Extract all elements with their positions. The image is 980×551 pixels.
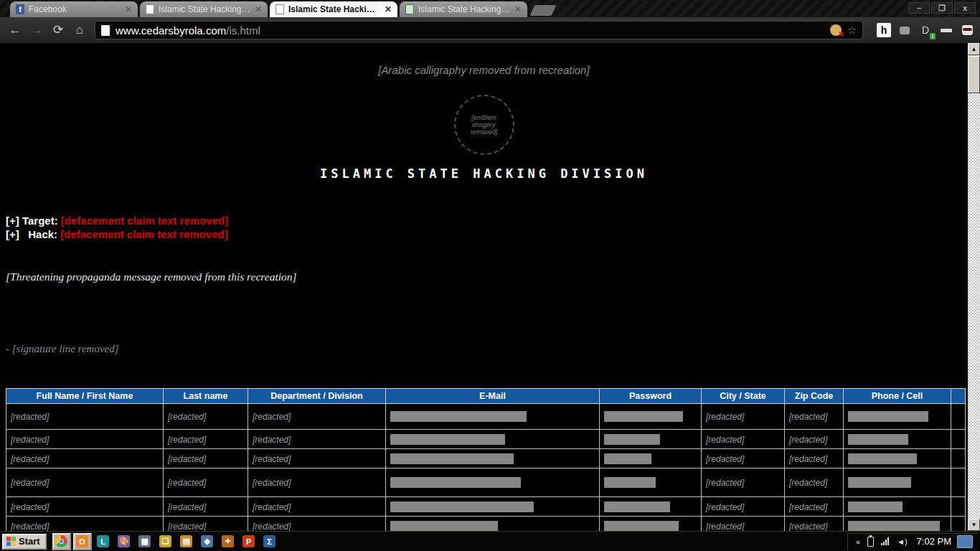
minimize-button[interactable]: – [908, 2, 930, 14]
tab-label: Islamic State Hacking Divi [159, 4, 250, 14]
col-password: Password [600, 389, 702, 404]
scrollbar-thumb[interactable] [968, 56, 980, 93]
taskbar-app-button[interactable]: ◆ [198, 533, 217, 550]
col-name: Full Name / First Name [6, 389, 164, 404]
bookmark-star-icon[interactable]: ☆ [847, 24, 857, 37]
restore-button[interactable]: ❐ [931, 2, 953, 14]
table-row: [redacted] [redacted] [redacted] [redact… [6, 517, 966, 532]
redaction-bar [848, 477, 911, 488]
cookie-blocked-icon[interactable] [830, 24, 842, 36]
redaction-bar [390, 501, 534, 512]
app-icon: L [97, 535, 109, 547]
tab-strip: f Facebook ✕ Islamic State Hacking Divi … [10, 1, 554, 17]
redaction-bar [848, 453, 917, 464]
chat-extension-icon[interactable] [897, 23, 912, 37]
forward-icon[interactable]: → [27, 21, 46, 39]
url-path: /is.html [226, 24, 260, 37]
tab-close-icon[interactable]: ✕ [514, 6, 522, 13]
taskbar-app-button[interactable]: ▤ [177, 533, 196, 550]
taskbar-app-button[interactable]: P [240, 533, 258, 550]
redaction-bar [390, 477, 521, 488]
taskbar-chrome-button[interactable] [52, 533, 71, 550]
emblem-placeholder: [emblem imagery removed] [454, 95, 514, 155]
scroll-down-icon[interactable]: ▼ [968, 519, 980, 531]
taskbar-app-button[interactable]: 🎨 [115, 533, 133, 550]
hidden-icons-chevron-icon[interactable]: « [856, 537, 860, 546]
back-icon[interactable]: ← [6, 21, 24, 39]
redaction-bar [604, 411, 683, 422]
redaction-bar [604, 521, 679, 532]
address-bar[interactable]: www.cedarsbyrola.com/is.html ☆ [95, 21, 863, 39]
powerpoint-icon: P [242, 535, 255, 547]
taskbar-app-button[interactable]: ▦ [136, 533, 154, 550]
tab-close-icon[interactable]: ✕ [255, 6, 262, 13]
minimal-extension-icon[interactable] [939, 23, 953, 37]
virtualbox-icon: ◆ [201, 535, 213, 547]
col-lastname: Last name [164, 389, 248, 404]
redaction-bar [848, 434, 908, 445]
windows-logo-icon [6, 537, 16, 546]
show-desktop-button[interactable] [957, 535, 973, 548]
powershell-icon: Σ [263, 535, 275, 547]
redaction-bar [390, 434, 505, 445]
folder-icon: ▤ [180, 535, 192, 547]
col-zip: Zip Code [785, 389, 844, 404]
page-favicon-icon [275, 4, 284, 14]
facebook-favicon-icon: f [16, 4, 24, 14]
table-row: [redacted] [redacted] [redacted] [redact… [6, 497, 966, 517]
signature-placeholder: - [signature line removed] [6, 343, 962, 355]
redaction-bar [848, 411, 928, 422]
col-email: E-Mail [386, 389, 600, 404]
propaganda-message-placeholder: [Threatening propaganda message removed … [6, 270, 962, 326]
close-button[interactable]: x [954, 2, 976, 14]
taskbar-clock[interactable]: 7:02 PM [917, 536, 951, 547]
redaction-bar [848, 501, 903, 512]
col-phone: Phone / Cell [844, 389, 951, 404]
col-empty [951, 389, 966, 404]
table-header-row: Full Name / First Name Last name Departm… [6, 389, 966, 404]
redaction-bar [604, 453, 651, 464]
h-extension-icon[interactable]: h [877, 23, 891, 37]
start-button[interactable]: Start [2, 534, 47, 550]
browser-toolbar: ← → ⟳ ⌂ www.cedarsbyrola.com/is.html ☆ h… [0, 17, 980, 43]
taskbar-app-button[interactable]: L [94, 533, 113, 550]
screen: f Facebook ✕ Islamic State Hacking Divi … [0, 0, 980, 551]
reload-icon[interactable]: ⟳ [49, 21, 67, 39]
incognito-extension-icon[interactable] [960, 23, 974, 37]
page-title: ISLAMIC STATE HACKING DIVISION [0, 166, 968, 181]
leaked-data-table: Full Name / First Name Last name Departm… [6, 388, 966, 531]
col-city: City / State [702, 389, 785, 404]
tab-defacement-3[interactable]: Islamic State Hacking Divi ✕ [400, 1, 527, 17]
taskbar-app-button[interactable]: ❏ [156, 533, 175, 550]
home-icon[interactable]: ⌂ [70, 21, 89, 39]
battery-icon[interactable] [867, 537, 874, 547]
new-tab-button[interactable] [530, 5, 557, 16]
network-signal-icon[interactable] [881, 537, 890, 545]
redaction-bar [604, 501, 670, 512]
calligraphy-placeholder: [Arabic calligraphy removed from recreat… [0, 53, 968, 86]
tab-label: Islamic State Hacking Divi [418, 4, 510, 14]
extension-strip: h D1 [870, 23, 974, 37]
tab-facebook[interactable]: f Facebook ✕ [10, 1, 138, 17]
notes-icon: ❏ [159, 535, 171, 547]
taskbar-app-button[interactable]: ✦ [219, 533, 237, 550]
chrome-icon [55, 535, 67, 547]
taskbar-outlook-button[interactable]: O [73, 533, 92, 550]
taskbar-app-button[interactable]: Σ [260, 533, 279, 550]
tab-close-icon[interactable]: ✕ [125, 6, 132, 13]
tab-close-icon[interactable]: ✕ [385, 6, 392, 13]
volume-icon[interactable]: ◄) [897, 537, 908, 546]
window-controls: – ❐ x [907, 2, 976, 14]
page-favicon-icon [146, 4, 154, 14]
taskbar: Start O L 🎨 ▦ ❏ ▤ ◆ ✦ P Σ « ◄) 7:02 PM [0, 531, 980, 551]
tab-defacement-1[interactable]: Islamic State Hacking Divi ✕ [140, 1, 268, 17]
table-row: [redacted] [redacted] [redacted] [redact… [6, 468, 966, 497]
tab-defacement-2-active[interactable]: Islamic State Hacking Divi ✕ [270, 1, 397, 17]
d-extension-icon[interactable]: D1 [918, 23, 933, 37]
paint-icon: 🎨 [118, 535, 130, 547]
page-scrollbar[interactable]: ▲ ▼ [968, 43, 980, 531]
outlook-icon: O [76, 535, 88, 547]
scroll-up-icon[interactable]: ▲ [968, 43, 980, 55]
col-department: Department / Division [248, 389, 386, 404]
calculator-icon: ▦ [138, 535, 151, 547]
